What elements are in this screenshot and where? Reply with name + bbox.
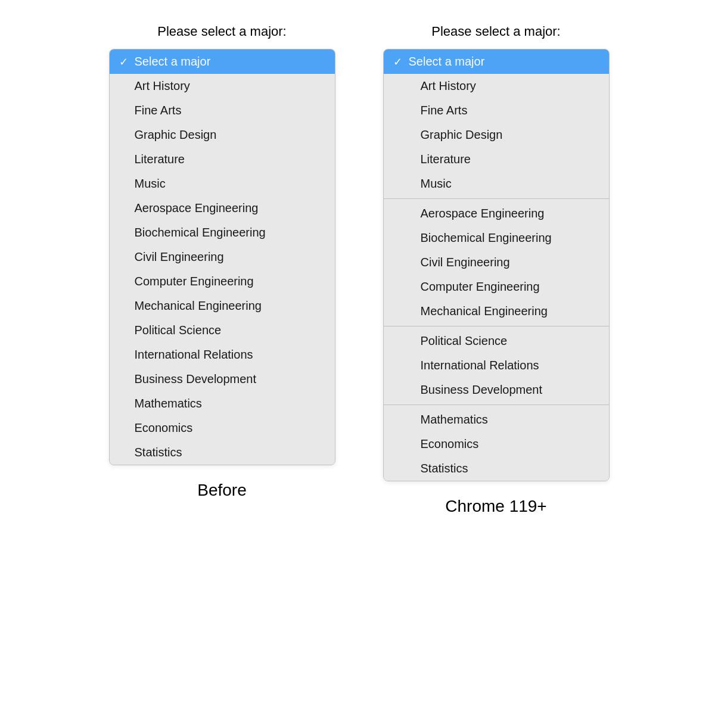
- before-option-business-development[interactable]: Business Development: [110, 367, 335, 391]
- before-option-civil-engineering[interactable]: Civil Engineering: [110, 245, 335, 269]
- option-label: Music: [135, 177, 325, 191]
- before-option-graphic-design[interactable]: Graphic Design: [110, 123, 335, 147]
- option-group-divider: [384, 326, 609, 326]
- option-label: Business Development: [421, 383, 599, 397]
- option-label: Political Science: [421, 334, 599, 348]
- before-option-economics[interactable]: Economics: [110, 416, 335, 440]
- after-option-music[interactable]: Music: [384, 172, 609, 196]
- option-label: Political Science: [135, 323, 325, 337]
- option-group-divider: [384, 198, 609, 199]
- after-option-literature[interactable]: Literature: [384, 147, 609, 172]
- before-panel: Please select a major: ✓Select a majorAr…: [109, 24, 335, 500]
- option-label: Computer Engineering: [421, 280, 599, 294]
- after-select-box[interactable]: ✓Select a majorArt HistoryFine ArtsGraph…: [383, 49, 610, 481]
- after-panel: Please select a major: ✓Select a majorAr…: [383, 24, 610, 516]
- before-select-box[interactable]: ✓Select a majorArt HistoryFine ArtsGraph…: [109, 49, 335, 465]
- option-label: Aerospace Engineering: [135, 201, 325, 215]
- after-option-placeholder[interactable]: ✓Select a major: [384, 49, 609, 74]
- before-caption: Before: [197, 481, 247, 500]
- option-label: Biochemical Engineering: [421, 231, 599, 245]
- after-option-mathematics[interactable]: Mathematics: [384, 407, 609, 432]
- option-label: Economics: [135, 421, 325, 435]
- after-option-graphic-design[interactable]: Graphic Design: [384, 123, 609, 147]
- before-option-fine-arts[interactable]: Fine Arts: [110, 98, 335, 123]
- option-label: Statistics: [135, 446, 325, 459]
- after-option-fine-arts[interactable]: Fine Arts: [384, 98, 609, 123]
- after-option-aerospace-engineering[interactable]: Aerospace Engineering: [384, 201, 609, 226]
- option-label: Civil Engineering: [421, 256, 599, 269]
- after-option-biochemical-engineering[interactable]: Biochemical Engineering: [384, 226, 609, 250]
- check-icon: ✓: [393, 55, 405, 69]
- before-option-mechanical-engineering[interactable]: Mechanical Engineering: [110, 294, 335, 318]
- option-label: Mathematics: [135, 397, 325, 410]
- option-label: Civil Engineering: [135, 250, 325, 264]
- before-option-political-science[interactable]: Political Science: [110, 318, 335, 343]
- before-option-statistics[interactable]: Statistics: [110, 440, 335, 465]
- after-option-political-science[interactable]: Political Science: [384, 329, 609, 353]
- option-label: International Relations: [421, 359, 599, 372]
- option-label: Mechanical Engineering: [421, 304, 599, 318]
- option-group-divider: [384, 405, 609, 405]
- option-label: Computer Engineering: [135, 275, 325, 288]
- option-label: Music: [421, 177, 599, 191]
- before-option-biochemical-engineering[interactable]: Biochemical Engineering: [110, 220, 335, 245]
- option-label: Graphic Design: [135, 128, 325, 142]
- after-option-economics[interactable]: Economics: [384, 432, 609, 456]
- before-option-art-history[interactable]: Art History: [110, 74, 335, 98]
- before-option-placeholder[interactable]: ✓Select a major: [110, 49, 335, 74]
- before-option-aerospace-engineering[interactable]: Aerospace Engineering: [110, 196, 335, 220]
- check-icon: ✓: [119, 55, 131, 69]
- after-option-business-development[interactable]: Business Development: [384, 378, 609, 402]
- option-label: International Relations: [135, 348, 325, 362]
- after-option-mechanical-engineering[interactable]: Mechanical Engineering: [384, 299, 609, 323]
- option-label: Art History: [421, 79, 599, 93]
- before-option-computer-engineering[interactable]: Computer Engineering: [110, 269, 335, 294]
- after-option-art-history[interactable]: Art History: [384, 74, 609, 98]
- option-label: Art History: [135, 79, 325, 93]
- before-option-international-relations[interactable]: International Relations: [110, 343, 335, 367]
- option-label: Aerospace Engineering: [421, 207, 599, 220]
- before-option-music[interactable]: Music: [110, 172, 335, 196]
- option-label: Graphic Design: [421, 128, 599, 142]
- before-option-mathematics[interactable]: Mathematics: [110, 391, 335, 416]
- option-label: Literature: [421, 153, 599, 166]
- option-label: Economics: [421, 437, 599, 451]
- option-label: Business Development: [135, 372, 325, 386]
- after-option-international-relations[interactable]: International Relations: [384, 353, 609, 378]
- after-caption: Chrome 119+: [445, 497, 546, 516]
- comparison-wrapper: Please select a major: ✓Select a majorAr…: [12, 24, 706, 516]
- option-label: Literature: [135, 153, 325, 166]
- after-option-statistics[interactable]: Statistics: [384, 456, 609, 481]
- option-label: Biochemical Engineering: [135, 226, 325, 239]
- after-option-computer-engineering[interactable]: Computer Engineering: [384, 275, 609, 299]
- before-label: Please select a major:: [157, 24, 286, 39]
- option-label: Mathematics: [421, 413, 599, 427]
- before-option-literature[interactable]: Literature: [110, 147, 335, 172]
- after-option-civil-engineering[interactable]: Civil Engineering: [384, 250, 609, 275]
- after-label: Please select a major:: [431, 24, 560, 39]
- option-label: Fine Arts: [135, 104, 325, 117]
- option-label: Mechanical Engineering: [135, 299, 325, 313]
- option-label: Select a major: [409, 55, 599, 69]
- option-label: Fine Arts: [421, 104, 599, 117]
- option-label: Statistics: [421, 462, 599, 475]
- option-label: Select a major: [135, 55, 325, 69]
